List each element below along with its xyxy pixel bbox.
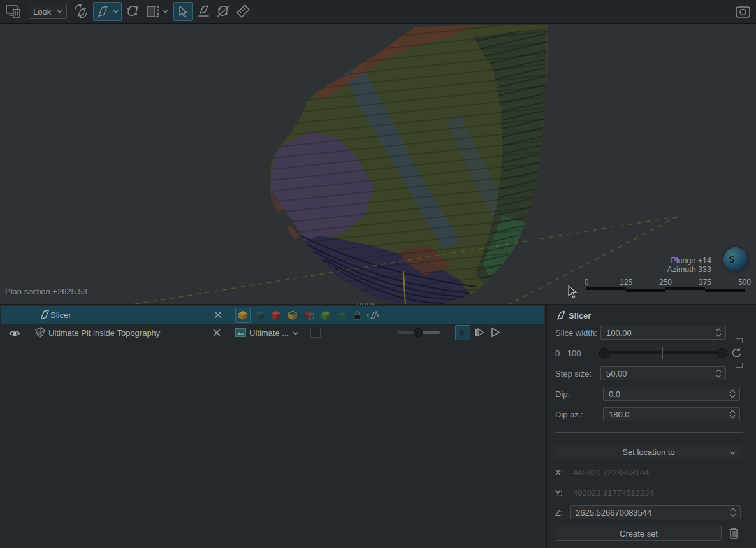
z-label: Z: — [555, 508, 563, 517]
screenshot-icon[interactable] — [734, 2, 752, 21]
texture-icon — [235, 328, 246, 337]
dip-az-input[interactable] — [603, 407, 740, 421]
slicer-tool-icon[interactable] — [93, 2, 122, 21]
scale-segment — [586, 287, 626, 290]
slice-off-icon[interactable] — [252, 308, 267, 323]
divider — [555, 432, 743, 433]
trash-icon[interactable] — [728, 527, 739, 540]
z-input[interactable] — [570, 505, 741, 519]
slicer-row-title: Slicer — [50, 310, 71, 320]
spinner-icon[interactable] — [715, 368, 722, 379]
slice-thick-inside-icon[interactable] — [285, 308, 300, 323]
color-swatch[interactable] — [310, 328, 321, 338]
pit-model — [0, 24, 756, 304]
remove-all-icon[interactable] — [5, 2, 23, 21]
main-toolbar: Look — [0, 0, 756, 24]
group-bracket-top — [736, 338, 743, 343]
scene-object-row[interactable]: Ultimate Pit inside Topography Ultimate … — [0, 324, 546, 342]
dip-input[interactable] — [603, 387, 740, 401]
panel-title: Slicer — [569, 311, 591, 321]
slice-plane-icon[interactable] — [335, 308, 350, 323]
x-label: X: — [555, 468, 563, 477]
spinner-icon[interactable] — [729, 389, 736, 399]
set-location-label: Set location to — [622, 447, 674, 457]
compass-letter: S — [729, 254, 734, 264]
azimuth-label: Azimuth 333 — [667, 265, 711, 274]
scale-tick: 250 — [659, 278, 672, 287]
ruler-icon[interactable] — [235, 2, 252, 21]
slicer-icon — [558, 311, 565, 319]
chevron-down-icon — [163, 10, 168, 13]
scale-bar: 0 125 250 375 500 — [586, 278, 746, 293]
chevron-down-icon — [113, 10, 119, 13]
draw-polyline-icon[interactable] — [124, 2, 142, 21]
chevron-down-icon[interactable] — [293, 331, 299, 335]
slice-width-label: Slice width: — [555, 328, 597, 338]
scale-segment — [705, 289, 745, 292]
spinner-icon[interactable] — [729, 409, 736, 419]
slice-range-slider[interactable] — [600, 351, 726, 354]
create-set-button[interactable]: Create set — [556, 526, 722, 541]
slice-width-input[interactable] — [600, 326, 726, 340]
spinner-icon[interactable] — [715, 328, 722, 338]
slice-thick-outside-icon[interactable] — [302, 308, 317, 323]
dip-az-label: Dip az.: — [555, 410, 583, 419]
eye-icon[interactable] — [9, 329, 20, 337]
chevron-down-icon — [57, 10, 62, 13]
y-value: 493823.91774512234 — [573, 488, 654, 498]
moving-plane-icon[interactable] — [144, 2, 170, 21]
chevron-down-icon — [729, 451, 736, 455]
close-icon[interactable] — [214, 310, 222, 319]
step-size-input[interactable] — [600, 366, 726, 380]
faces-both-icon[interactable] — [473, 327, 486, 338]
plunge-label: Plunge +14 — [667, 256, 711, 265]
plan-section-label: Plan section +2625.53 — [5, 287, 87, 296]
slicer-edge-icon[interactable] — [195, 2, 213, 21]
scene-3d-viewport[interactable]: Plan section +2625.53 Plunge +14 Azimuth… — [0, 24, 756, 304]
slicer-icon — [41, 310, 49, 319]
lock-icon[interactable] — [351, 308, 364, 323]
scale-tick: 125 — [620, 278, 632, 287]
close-icon[interactable] — [212, 328, 221, 337]
pit-mesh-icon — [34, 327, 47, 338]
set-location-dropdown[interactable]: Set location to — [556, 445, 741, 459]
range-handle-max[interactable] — [717, 348, 727, 358]
opacity-slider-handle[interactable] — [414, 328, 423, 337]
range-handle-min[interactable] — [599, 348, 609, 358]
y-label: Y: — [555, 488, 563, 498]
faces-front-icon[interactable] — [455, 325, 470, 340]
object-name: Ultimate Pit inside Topography — [48, 328, 160, 338]
step-size-label: Step size: — [555, 369, 592, 379]
dip-label: Dip: — [555, 389, 570, 399]
scale-tick: 0 — [585, 278, 589, 287]
scale-tick: 375 — [699, 278, 711, 287]
select-icon[interactable] — [173, 2, 193, 21]
draw-new-slicer-icon[interactable] — [71, 2, 91, 21]
slicer-properties-panel: Slicer Slice width: 0 - 100 Step size: D… — [546, 305, 756, 548]
range-center-tick — [662, 347, 663, 359]
create-set-label: Create set — [620, 529, 658, 538]
slice-outside-icon[interactable] — [268, 308, 284, 323]
range-label: 0 - 100 — [555, 349, 581, 358]
application-window: Look — [0, 0, 756, 548]
compass-ball[interactable]: S — [723, 247, 748, 271]
opacity-slider[interactable] — [398, 331, 440, 334]
slicer-arrows-icon[interactable] — [365, 308, 381, 323]
look-dropdown[interactable]: Look — [29, 4, 67, 19]
texture-label: Ultimate ... — [249, 328, 289, 338]
slicer-scene-row[interactable]: Slicer — [1, 306, 544, 324]
edit-polyline-icon[interactable] — [215, 2, 233, 21]
faces-outline-icon[interactable] — [490, 327, 501, 338]
scale-segment — [626, 289, 665, 292]
orientation-readout: Plunge +14 Azimuth 333 — [667, 256, 711, 274]
look-label: Look — [33, 7, 51, 17]
scene-list-panel: Slicer — [0, 305, 546, 548]
group-bracket-bottom — [736, 363, 743, 368]
spinner-icon[interactable] — [730, 507, 736, 517]
scale-tick: 500 — [738, 278, 751, 287]
reset-range-icon[interactable] — [731, 347, 742, 359]
x-value: 445320.7223353104 — [573, 468, 649, 477]
slice-inside-icon[interactable] — [235, 308, 251, 323]
slice-all-icon[interactable] — [318, 308, 333, 323]
scale-segment — [665, 287, 705, 290]
